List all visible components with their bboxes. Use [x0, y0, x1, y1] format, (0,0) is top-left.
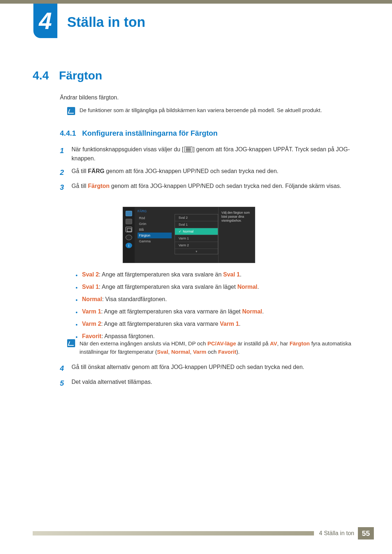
steps-list: 1 När funktionsknappsguiden visas väljer…: [60, 145, 354, 197]
step-keyword: FÄRG: [88, 168, 104, 174]
footer-accent-bar: [33, 531, 314, 535]
menu-icon: [184, 147, 192, 152]
bullet-key: Sval 1: [223, 271, 240, 278]
note-keyword: Färgton: [290, 340, 310, 346]
bullet-item: ● Sval 2: Ange att färgtemperaturen ska …: [75, 270, 351, 279]
bullet-key: Normal: [82, 296, 102, 302]
note-keyword: AV: [270, 340, 277, 346]
osd-tab-settings-icon: [126, 235, 132, 240]
note-block-1: De funktioner som är tillgängliga på bil…: [67, 107, 355, 115]
bullet-text: : Visa standardfärgtonen.: [102, 296, 167, 302]
subsection-heading: 4.4.1 Konfigurera inställningarna för Fä…: [60, 129, 218, 138]
note-segment: ,: [190, 349, 193, 355]
step-1: 1 När funktionsknappsguiden visas väljer…: [60, 145, 354, 163]
intro-text: Ändrar bildens färgton.: [60, 94, 119, 101]
osd-tab-screen-icon: [126, 219, 132, 224]
chapter-title: Ställa in ton: [67, 15, 145, 30]
note-icon: [67, 107, 75, 115]
bullet-key: Varm 2: [82, 321, 101, 327]
note-keyword: PC/AV-läge: [207, 340, 236, 346]
subsection-number: 4.4.1: [60, 129, 76, 137]
osd-sub-item: Sval 1: [175, 221, 218, 228]
osd-tab-color-icon: [126, 227, 132, 232]
osd-menu-item: Gamma: [138, 238, 172, 244]
note-icon: [67, 339, 75, 347]
step-number: 4: [60, 363, 66, 374]
bullet-text: .: [262, 308, 264, 315]
note-segment: ,: [168, 349, 171, 355]
section-title: Färgton: [59, 69, 102, 82]
steps-list-continued: 4 Gå till önskat alternativ genom att fö…: [60, 363, 354, 393]
bullet-text: : Ange att färgtemperaturen ska vara sva…: [99, 284, 237, 290]
bullet-key: Normal: [242, 308, 262, 315]
chapter-number-badge: 4: [33, 4, 57, 38]
note-segment: ).: [236, 349, 240, 355]
osd-sub-item-selected: Normal: [175, 228, 218, 235]
osd-menu-item: Röd: [138, 215, 172, 221]
option-bullets: ● Sval 2: Ange att färgtemperaturen ska …: [75, 270, 351, 344]
osd-tab-picture-icon: [126, 211, 132, 216]
osd-sub-item: Varm 2: [175, 242, 218, 249]
note-text-2: När den externa ingången ansluts via HDM…: [79, 339, 355, 356]
note-keyword: Sval: [157, 349, 168, 355]
bullet-dot-icon: ●: [75, 297, 78, 304]
osd-main-menu: FÄRG Röd Grön Blå Färgton Gamma: [135, 207, 175, 263]
step-keyword: Färgton: [88, 183, 110, 189]
note-keyword: Favorit: [218, 349, 236, 355]
note-block-2: När den externa ingången ansluts via HDM…: [67, 339, 358, 356]
step-5: 5 Det valda alternativet tillämpas.: [60, 378, 354, 389]
bullet-item: ● Varm 1: Ange att färgtemperaturen ska …: [75, 307, 351, 316]
note-text-1: De funktioner som är tillgängliga på bil…: [79, 107, 355, 113]
step-text: genom att föra JOG-knappen UPP/NED och s…: [105, 168, 278, 174]
note-keyword: Varm: [193, 349, 207, 355]
osd-scroll-down-icon: ▾: [175, 249, 218, 254]
osd-sub-item: Sval 2: [175, 214, 218, 221]
bullet-key: Normal: [237, 284, 257, 290]
bullet-key: Sval 2: [82, 271, 99, 278]
step-number: 3: [60, 182, 66, 193]
top-accent-bar: [0, 0, 392, 4]
bullet-key: Favorit: [82, 333, 101, 339]
bullet-dot-icon: ●: [75, 272, 78, 279]
bullet-dot-icon: ●: [75, 309, 78, 316]
step-body: Gå till önskat alternativ genom att föra…: [72, 363, 354, 374]
page-footer: 4 Ställa in ton 55: [33, 527, 374, 539]
step-text: Gå till: [72, 168, 88, 174]
step-body: Gå till Färgton genom att föra JOG-knapp…: [72, 182, 354, 193]
osd-tab-strip: i: [123, 207, 135, 263]
osd-tab-info-icon: i: [126, 243, 132, 248]
footer-chapter-label: 4 Ställa in ton: [319, 530, 354, 537]
step-4: 4 Gå till önskat alternativ genom att fö…: [60, 363, 354, 374]
osd-menu-item: Blå: [138, 227, 172, 233]
bullet-key: Varm 1: [220, 321, 239, 327]
bullet-key: Varm 1: [82, 308, 101, 315]
step-number: 1: [60, 145, 66, 163]
bullet-text: : Anpassa färgtonen.: [101, 333, 155, 339]
section-heading: 4.4 Färgton: [33, 69, 102, 82]
bullet-dot-icon: ●: [75, 322, 78, 328]
step-number: 5: [60, 378, 66, 389]
osd-sub-item: Varm 1: [175, 235, 218, 242]
osd-submenu: Sval 2 Sval 1 Normal Varm 1 Varm 2 ▾: [175, 207, 218, 263]
note-segment: och: [206, 349, 218, 355]
bullet-dot-icon: ●: [75, 285, 78, 291]
bullet-text: : Ange att färgtemperaturen ska vara sva…: [99, 271, 223, 278]
bullet-text: .: [240, 271, 241, 278]
osd-screenshot: i FÄRG Röd Grön Blå Färgton Gamma Sval 2…: [123, 207, 255, 263]
step-2: 2 Gå till FÄRG genom att föra JOG-knappe…: [60, 167, 354, 178]
osd-help-text: Välj den färgton som bäst passar dina vi…: [218, 207, 255, 263]
note-segment: är inställd på: [236, 340, 270, 346]
subsection-title: Konfigurera inställningarna för Färgton: [82, 129, 217, 137]
bullet-item: ● Varm 2: Ange att färgtemperaturen ska …: [75, 320, 351, 328]
step-text: Gå till: [72, 183, 88, 189]
page-number: 55: [358, 527, 374, 539]
bullet-item: ● Normal: Visa standardfärgtonen.: [75, 295, 351, 304]
bullet-text: .: [239, 321, 240, 327]
osd-menu-item-selected: Färgton: [138, 233, 172, 238]
bullet-item: ● Sval 1: Ange att färgtemperaturen ska …: [75, 283, 351, 291]
bullet-text: .: [257, 284, 259, 290]
step-body: Gå till FÄRG genom att föra JOG-knappen …: [72, 167, 354, 178]
note-segment: , har: [277, 340, 289, 346]
osd-menu-title: FÄRG: [138, 209, 172, 213]
step-text: När funktionsknappsguiden visas väljer d…: [72, 146, 184, 152]
